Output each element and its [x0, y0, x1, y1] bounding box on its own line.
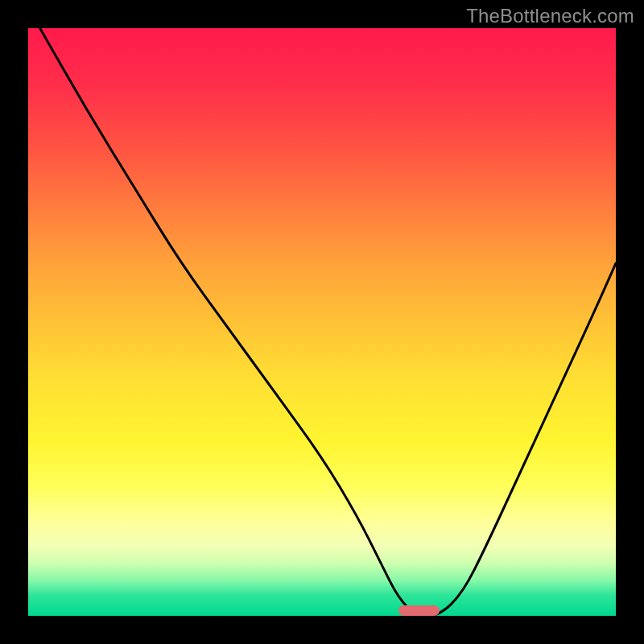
watermark-text: TheBottleneck.com [466, 5, 634, 27]
bottleneck-curve [28, 28, 616, 616]
chart-frame: TheBottleneck.com [0, 0, 644, 644]
optimal-range-marker [398, 605, 440, 616]
plot-area [28, 28, 616, 616]
